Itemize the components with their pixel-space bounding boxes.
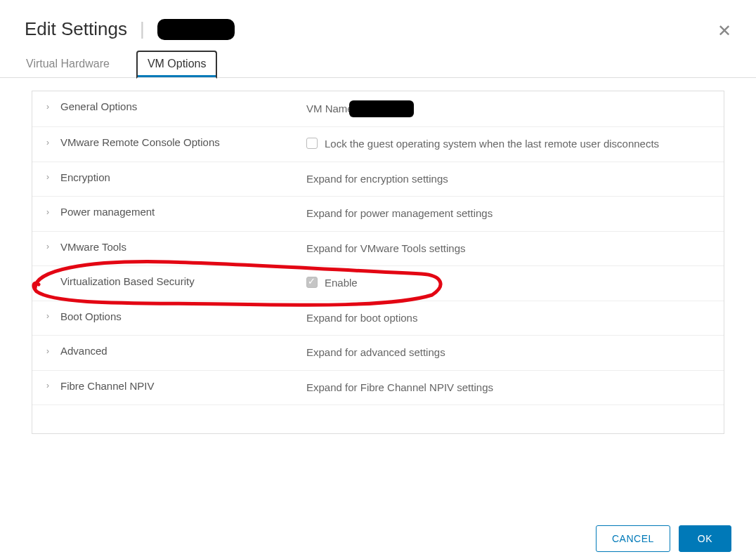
chevron-right-icon: ›: [46, 172, 53, 182]
row-boot-options[interactable]: › Boot Options Expand for boot options: [32, 301, 724, 336]
row-label: Encryption: [60, 171, 110, 183]
row-value: Lock the guest operating system when the…: [325, 136, 659, 152]
row-value: Expand for encryption settings: [306, 171, 448, 188]
row-virtualization-based-security[interactable]: › Virtualization Based Security Enable: [32, 266, 724, 301]
tab-virtual-hardware[interactable]: Virtual Hardware: [25, 51, 111, 77]
tab-vm-options[interactable]: VM Options: [136, 51, 218, 79]
chevron-right-icon: ›: [46, 346, 53, 356]
row-vmware-tools[interactable]: › VMware Tools Expand for VMware Tools s…: [32, 232, 724, 267]
dialog-footer: CANCEL OK: [596, 525, 731, 552]
options-panel: › General Options VM Name › VMware Remot…: [32, 91, 724, 434]
redacted-vm-name: [157, 19, 235, 40]
chevron-right-icon: ›: [46, 138, 53, 147]
row-label: VMware Remote Console Options: [60, 136, 220, 148]
row-label: Advanced: [60, 345, 107, 357]
row-label: Power management: [60, 206, 155, 218]
row-power-management[interactable]: › Power management Expand for power mana…: [32, 197, 724, 232]
chevron-right-icon: ›: [46, 207, 53, 217]
cancel-button[interactable]: CANCEL: [596, 525, 670, 552]
row-general-options[interactable]: › General Options VM Name: [32, 91, 724, 127]
row-label: General Options: [60, 100, 137, 112]
row-label: Boot Options: [60, 310, 122, 322]
row-label: VMware Tools: [60, 241, 126, 253]
row-advanced[interactable]: › Advanced Expand for advanced settings: [32, 336, 724, 371]
chevron-right-icon: ›: [46, 242, 53, 251]
chevron-right-icon: ›: [46, 102, 53, 112]
row-label: Virtualization Based Security: [60, 275, 195, 287]
row-value: Enable: [325, 275, 358, 291]
lock-guest-checkbox[interactable]: [306, 138, 318, 149]
row-fibre-channel-npiv[interactable]: › Fibre Channel NPIV Expand for Fibre Ch…: [32, 371, 724, 406]
close-icon[interactable]: ✕: [717, 21, 731, 41]
row-value: Expand for VMware Tools settings: [306, 241, 466, 257]
chevron-right-icon: ›: [46, 381, 53, 390]
empty-row: [32, 405, 724, 433]
row-label: Fibre Channel NPIV: [60, 380, 154, 392]
vm-name-label: VM Name: [306, 101, 353, 117]
tab-bar: Virtual Hardware VM Options: [0, 51, 756, 78]
row-value: Expand for power management settings: [306, 206, 493, 222]
dialog-header: Edit Settings | ✕: [0, 0, 756, 51]
row-value: Expand for Fibre Channel NPIV settings: [306, 380, 493, 396]
chevron-right-icon: ›: [46, 311, 53, 321]
row-value: Expand for advanced settings: [306, 345, 445, 361]
row-encryption[interactable]: › Encryption Expand for encryption setti…: [32, 162, 724, 197]
dialog-title: Edit Settings: [25, 18, 127, 40]
title-divider: |: [140, 18, 145, 40]
content-panel: › General Options VM Name › VMware Remot…: [0, 78, 756, 434]
row-remote-console[interactable]: › VMware Remote Console Options Lock the…: [32, 127, 724, 162]
redacted-vm-name-value: [349, 100, 414, 117]
ok-button[interactable]: OK: [679, 525, 731, 552]
vbs-enable-checkbox[interactable]: [306, 277, 318, 288]
row-value: Expand for boot options: [306, 310, 417, 327]
